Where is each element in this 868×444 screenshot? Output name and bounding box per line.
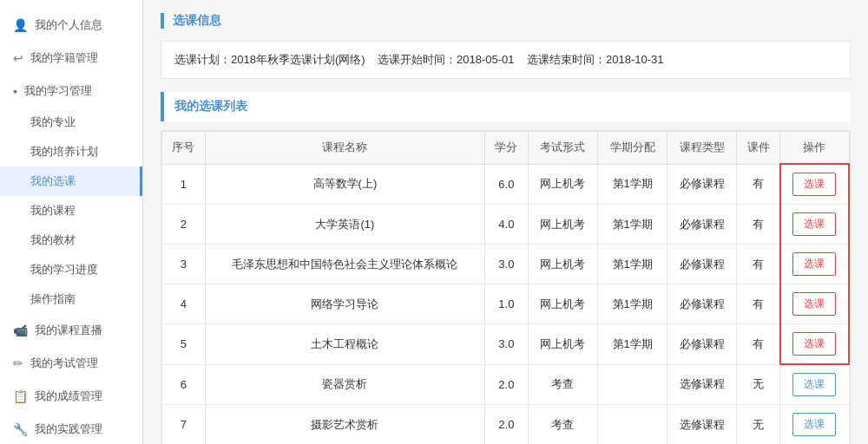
cell-6-6: 无 bbox=[737, 405, 780, 445]
cell-5-6: 无 bbox=[737, 364, 780, 405]
sidebar-label-personal-info: 我的个人信息 bbox=[35, 17, 102, 33]
sidebar-icon-personal-info: 👤 bbox=[13, 18, 28, 32]
sidebar-icon-exam-mgmt: ✏ bbox=[13, 356, 23, 370]
cell-0-6: 有 bbox=[737, 164, 780, 205]
main-content: 选课信息 选课计划：2018年秋季选课计划(网络) 选课开始时间：2018-05… bbox=[143, 0, 868, 444]
cell-4-4: 第1学期 bbox=[598, 324, 667, 365]
cell-3-5: 必修课程 bbox=[667, 284, 737, 324]
sidebar-item-exam-mgmt[interactable]: ✏我的考试管理 bbox=[0, 347, 142, 380]
table-row: 2大学英语(1)4.0网上机考第1学期必修课程有选课 bbox=[162, 205, 850, 245]
col-header-1: 课程名称 bbox=[205, 132, 484, 165]
cell-4-1: 土木工程概论 bbox=[205, 324, 484, 365]
cell-1-0: 2 bbox=[162, 205, 206, 245]
sidebar-label-student-mgmt: 我的学籍管理 bbox=[30, 50, 98, 66]
cell-1-4: 第1学期 bbox=[598, 205, 667, 245]
col-header-2: 学分 bbox=[484, 132, 528, 165]
cell-5-2: 2.0 bbox=[484, 364, 528, 405]
col-header-6: 课件 bbox=[737, 132, 780, 165]
table-row: 6瓷器赏析2.0考查选修课程无选课 bbox=[162, 364, 850, 405]
action-cell-2: 选课 bbox=[780, 245, 849, 284]
cell-4-5: 必修课程 bbox=[667, 324, 737, 365]
sidebar-icon-course-live: 📹 bbox=[13, 323, 28, 337]
info-bar: 选课计划：2018年秋季选课计划(网络) 选课开始时间：2018-05-01 选… bbox=[161, 41, 851, 79]
cell-0-5: 必修课程 bbox=[667, 164, 737, 205]
cell-5-4 bbox=[598, 364, 667, 405]
cell-2-0: 3 bbox=[162, 245, 206, 284]
sidebar-item-study-mgmt[interactable]: ▪我的学习管理 bbox=[0, 75, 142, 108]
action-cell-4: 选课 bbox=[780, 324, 849, 365]
sidebar-item-practice-mgmt[interactable]: 🔧我的实践管理 bbox=[0, 413, 142, 444]
sidebar-icon-study-mgmt: ▪ bbox=[13, 84, 17, 98]
cell-0-4: 第1学期 bbox=[598, 164, 667, 205]
sidebar-icon-student-mgmt: ↩ bbox=[13, 51, 23, 65]
col-header-0: 序号 bbox=[162, 132, 206, 165]
sidebar-sub-my-textbook[interactable]: 我的教材 bbox=[0, 225, 142, 255]
cell-5-1: 瓷器赏析 bbox=[205, 364, 484, 405]
cell-1-1: 大学英语(1) bbox=[205, 205, 484, 245]
sidebar-sub-my-major[interactable]: 我的专业 bbox=[0, 108, 142, 137]
action-cell-3: 选课 bbox=[780, 284, 849, 324]
sidebar-label-study-mgmt: 我的学习管理 bbox=[24, 83, 92, 99]
cell-1-6: 有 bbox=[737, 205, 780, 245]
cell-1-2: 4.0 bbox=[484, 205, 528, 245]
sidebar-icon-practice-mgmt: 🔧 bbox=[13, 422, 28, 436]
info-end: 选课结束时间：2018-10-31 bbox=[527, 53, 664, 66]
cell-0-3: 网上机考 bbox=[528, 164, 597, 205]
cell-4-6: 有 bbox=[737, 324, 780, 365]
cell-0-1: 高等数学(上) bbox=[205, 164, 484, 205]
cell-4-3: 网上机考 bbox=[528, 324, 597, 365]
sidebar-item-course-live[interactable]: 📹我的课程直播 bbox=[0, 314, 142, 347]
col-header-3: 考试形式 bbox=[528, 132, 597, 165]
sidebar-label-practice-mgmt: 我的实践管理 bbox=[35, 421, 102, 437]
cell-6-5: 选修课程 bbox=[667, 405, 737, 445]
info-plan: 选课计划：2018年秋季选课计划(网络) bbox=[174, 53, 365, 66]
select-button-6[interactable]: 选课 bbox=[792, 413, 836, 436]
table-row: 4网络学习导论1.0网上机考第1学期必修课程有选课 bbox=[162, 284, 850, 324]
cell-6-2: 2.0 bbox=[484, 405, 528, 445]
sidebar-sub-my-courses[interactable]: 我的选课 bbox=[0, 166, 142, 196]
info-start: 选课开始时间：2018-05-01 bbox=[378, 53, 515, 66]
select-button-2[interactable]: 选课 bbox=[792, 252, 836, 276]
cell-1-5: 必修课程 bbox=[667, 205, 737, 245]
table-row: 7摄影艺术赏析2.0考查选修课程无选课 bbox=[162, 405, 850, 445]
cell-2-3: 网上机考 bbox=[528, 245, 597, 284]
table-header-row: 序号课程名称学分考试形式学期分配课程类型课件操作 bbox=[162, 132, 850, 165]
sidebar-icon-score-mgmt: 📋 bbox=[13, 389, 28, 403]
section-title-2: 我的选课列表 bbox=[161, 92, 851, 121]
cell-5-3: 考查 bbox=[528, 364, 597, 405]
course-table-container: 序号课程名称学分考试形式学期分配课程类型课件操作 1高等数学(上)6.0网上机考… bbox=[161, 130, 851, 444]
sidebar-sub-my-classes[interactable]: 我的课程 bbox=[0, 196, 142, 225]
cell-3-4: 第1学期 bbox=[598, 284, 667, 324]
col-header-5: 课程类型 bbox=[667, 132, 737, 165]
action-cell-5: 选课 bbox=[780, 364, 849, 405]
sidebar-sub-guide[interactable]: 操作指南 bbox=[0, 284, 142, 314]
select-button-1[interactable]: 选课 bbox=[792, 212, 836, 236]
sidebar-item-personal-info[interactable]: 👤我的个人信息 bbox=[0, 9, 142, 42]
cell-2-4: 第1学期 bbox=[598, 245, 667, 284]
cell-0-2: 6.0 bbox=[484, 164, 528, 205]
cell-5-5: 选修课程 bbox=[667, 364, 737, 405]
action-cell-0: 选课 bbox=[780, 164, 849, 205]
cell-2-2: 3.0 bbox=[484, 245, 528, 284]
cell-6-1: 摄影艺术赏析 bbox=[205, 405, 484, 445]
select-button-0[interactable]: 选课 bbox=[792, 173, 836, 196]
sidebar-label-score-mgmt: 我的成绩管理 bbox=[35, 388, 102, 404]
action-cell-6: 选课 bbox=[780, 405, 849, 445]
cell-3-6: 有 bbox=[737, 284, 780, 324]
sidebar: 👤我的个人信息↩我的学籍管理▪我的学习管理我的专业我的培养计划我的选课我的课程我… bbox=[0, 0, 143, 444]
sidebar-sub-my-progress[interactable]: 我的学习进度 bbox=[0, 255, 142, 284]
sidebar-sub-my-training[interactable]: 我的培养计划 bbox=[0, 137, 142, 166]
course-table: 序号课程名称学分考试形式学期分配课程类型课件操作 1高等数学(上)6.0网上机考… bbox=[161, 131, 850, 444]
section-title-1: 选课信息 bbox=[161, 13, 851, 29]
select-button-4[interactable]: 选课 bbox=[792, 332, 836, 356]
select-button-5[interactable]: 选课 bbox=[792, 373, 836, 396]
cell-4-0: 5 bbox=[162, 324, 206, 365]
sidebar-label-exam-mgmt: 我的考试管理 bbox=[30, 356, 98, 371]
cell-0-0: 1 bbox=[162, 164, 206, 205]
cell-6-0: 7 bbox=[162, 405, 206, 445]
select-button-3[interactable]: 选课 bbox=[792, 292, 836, 316]
cell-4-2: 3.0 bbox=[484, 324, 528, 365]
sidebar-item-student-mgmt[interactable]: ↩我的学籍管理 bbox=[0, 42, 142, 75]
sidebar-item-score-mgmt[interactable]: 📋我的成绩管理 bbox=[0, 380, 142, 413]
action-cell-1: 选课 bbox=[780, 205, 849, 245]
